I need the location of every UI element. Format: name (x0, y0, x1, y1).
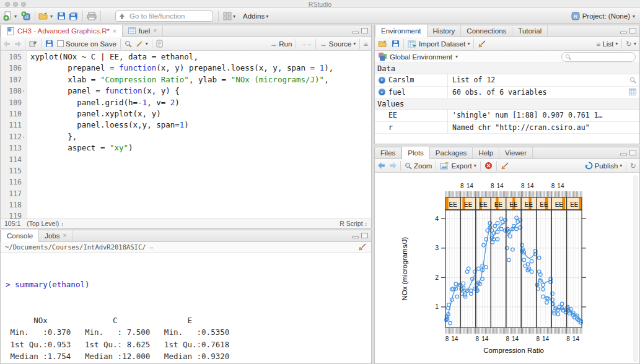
source-on-save-checkbox[interactable]: Source on Save (57, 40, 116, 48)
addins-grid-button[interactable]: ▾ (223, 10, 235, 22)
scope-selector[interactable]: Global Environment (390, 53, 452, 61)
expand-object-icon[interactable]: ▸ (379, 89, 385, 95)
goto-dir-icon[interactable]: → (149, 243, 153, 251)
expand-object-icon[interactable]: ▸ (379, 77, 385, 84)
scope-selector[interactable]: (Top Level) ↕ (27, 220, 63, 227)
project-menu-button[interactable]: R Project: (None) ▾ (571, 10, 635, 22)
nav-forward-button[interactable] (14, 41, 21, 47)
compile-report-button[interactable] (156, 40, 163, 48)
doc-type-selector[interactable]: R Script ↕ (340, 220, 367, 227)
tab-packages[interactable]: Packages (430, 147, 473, 158)
line-number: 109 (1, 97, 22, 108)
goto-file-function-input[interactable]: Go to file/function (115, 11, 213, 22)
chevron-down-icon: ▾ (233, 14, 235, 19)
tab-jobs[interactable]: Jobs × (39, 230, 72, 241)
nav-back-button[interactable] (4, 41, 11, 47)
save-button[interactable] (57, 10, 66, 22)
maximize-pane-icon[interactable] (629, 150, 636, 155)
code-tools-button[interactable]: ▾ (136, 40, 148, 48)
fold-marker-icon[interactable]: ▴ (22, 131, 25, 142)
next-plot-button[interactable] (389, 162, 397, 169)
open-in-new-window-button[interactable] (29, 40, 37, 47)
svg-text:EE: EE (494, 201, 503, 208)
maximize-pane-icon[interactable] (361, 233, 368, 238)
environment-row[interactable]: ▸rNamed chr "http://cran.csiro.au" (375, 122, 639, 134)
tab-viewer[interactable]: Viewer (499, 147, 533, 158)
close-icon[interactable]: × (63, 232, 67, 239)
svg-text:8: 8 (551, 183, 555, 189)
tab-plots[interactable]: Plots (401, 147, 430, 159)
close-icon[interactable]: × (153, 27, 157, 34)
new-project-button[interactable]: R (21, 10, 31, 22)
console-output[interactable]: > summary(ethanol) NOx C E Min. :0.370 M… (1, 253, 371, 364)
publish-button[interactable]: Publish ▾ (585, 162, 623, 170)
inspect-icon[interactable] (629, 77, 636, 84)
remove-plot-button[interactable] (484, 162, 493, 170)
save-all-button[interactable] (69, 10, 79, 22)
minimize-pane-icon[interactable] (352, 236, 359, 238)
line-number: 108 (1, 85, 22, 97)
minimize-pane-icon[interactable] (352, 32, 359, 33)
load-workspace-button[interactable] (378, 40, 388, 48)
minimize-pane-icon[interactable] (620, 32, 627, 33)
popout-icon (29, 40, 37, 47)
code-line: 116 (1, 176, 371, 188)
list-view-button[interactable]: ≡ List ▾ (597, 40, 618, 48)
console-tabbar: Console Jobs × (1, 230, 371, 242)
tab-environment[interactable]: Environment (375, 25, 427, 37)
document-outline-button[interactable]: ≡ (364, 40, 368, 48)
view-table-icon[interactable] (629, 89, 636, 95)
open-folder-icon (38, 12, 49, 20)
tab-fuel-data[interactable]: fuel × (123, 25, 163, 37)
minimize-pane-icon[interactable] (620, 154, 627, 155)
environment-row[interactable]: ▸CarslmList of 12 (375, 74, 639, 87)
source-arrow-icon: → (320, 40, 327, 48)
tab-help[interactable]: Help (473, 147, 499, 158)
refresh-plot-button[interactable]: ↻ (630, 162, 636, 170)
line-number: 114 (1, 154, 22, 165)
plots-tab-label: Plots (408, 149, 424, 157)
object-name: EE (388, 111, 397, 119)
open-file-button[interactable]: ▾ (38, 10, 53, 22)
code-line: 109 panel.grid(h=-1, v= 2) (1, 97, 371, 108)
find-replace-button[interactable] (125, 40, 132, 48)
new-file-button[interactable]: ▾ (3, 10, 17, 22)
rerun-button[interactable]: →→ (300, 40, 312, 47)
refresh-environment-button[interactable]: ↻▾ (626, 40, 636, 48)
tab-source-file[interactable]: R CH3 - Advanced Graphics.R* × (1, 25, 123, 37)
print-button[interactable] (87, 10, 97, 22)
clear-all-plots-button[interactable] (501, 162, 509, 170)
search-icon (565, 54, 571, 60)
tab-connections[interactable]: Connections (461, 25, 512, 37)
print-icon (87, 12, 97, 20)
close-icon[interactable]: × (113, 28, 116, 35)
goto-arrow-icon (120, 13, 126, 20)
addins-button[interactable]: Addins ▾ (243, 10, 268, 22)
fold-marker-icon[interactable]: ▾ (22, 85, 25, 97)
environment-row[interactable]: ▸EE'shingle' num [1:88] 0.907 0.761 1… (375, 110, 639, 122)
environment-row[interactable]: ▸fuel60 obs. of 6 variables (375, 87, 639, 99)
save-source-button[interactable] (45, 40, 53, 48)
import-dataset-label: Import Dataset (419, 40, 465, 48)
code-editor[interactable]: 105xyplot(NOx ~ C | EE, data = ethanol,1… (1, 51, 371, 219)
export-plot-button[interactable]: Export ▾ (440, 162, 476, 170)
environment-search-input[interactable] (561, 52, 636, 62)
tab-history[interactable]: History (427, 25, 462, 37)
tab-console[interactable]: Console (1, 230, 39, 242)
tab-tutorial[interactable]: Tutorial (512, 25, 548, 37)
clear-workspace-button[interactable] (478, 40, 486, 48)
line-number: 106 (1, 63, 22, 74)
maximize-pane-icon[interactable] (629, 28, 636, 33)
jobs-tab-label: Jobs (45, 232, 59, 240)
tab-files[interactable]: Files (375, 147, 401, 158)
object-value: 'shingle' num [1:88] 0.907 0.761 1… (448, 111, 626, 119)
save-workspace-button[interactable] (392, 40, 400, 48)
clear-console-icon[interactable] (358, 243, 367, 251)
maximize-pane-icon[interactable] (361, 28, 368, 33)
svg-text:R: R (573, 14, 577, 20)
previous-plot-button[interactable] (378, 162, 385, 169)
import-dataset-button[interactable]: Import Dataset ▾ (408, 40, 470, 48)
source-button[interactable]: → Source ▾ (320, 40, 356, 48)
run-button[interactable]: → Run (270, 40, 292, 48)
zoom-plot-button[interactable]: Zoom (405, 162, 432, 170)
